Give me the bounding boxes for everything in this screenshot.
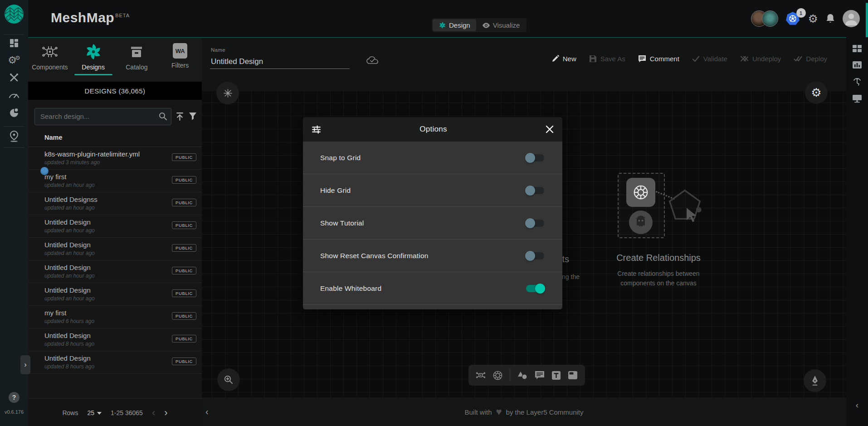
design-row[interactable]: Untitled Design updated an hour ago PUBL… <box>28 215 202 238</box>
designs-panel: Components Designs <box>28 37 202 426</box>
components-icon <box>41 43 59 60</box>
interaction-touch-icon[interactable] <box>846 75 868 88</box>
design-row[interactable]: Untitled Design updated 8 hours ago PUBL… <box>28 328 202 351</box>
next-page-button[interactable]: › <box>164 408 167 418</box>
toggle-knob <box>525 251 535 261</box>
tutorial-description: Create relationships between components … <box>579 269 738 288</box>
toggle-enable-whiteboard[interactable] <box>526 285 544 292</box>
metrics-chart-icon[interactable] <box>846 58 868 72</box>
toggle-hide-grid[interactable] <box>526 187 544 194</box>
app-title: MeshMapBETA <box>51 10 130 25</box>
collaborator-avatar[interactable] <box>762 10 778 27</box>
notifications-bell-icon[interactable] <box>825 13 835 24</box>
whiteboard-pen-button[interactable] <box>804 369 826 392</box>
canvas-dock <box>468 365 585 386</box>
design-list: k8s-wasm-plugin-ratelimiter.yml updated … <box>28 147 202 374</box>
comment-button[interactable]: Comment <box>638 55 679 63</box>
toggle-show-tutorial[interactable] <box>526 220 544 227</box>
search-box <box>34 108 171 125</box>
deploy-button[interactable]: Deploy <box>794 55 827 63</box>
rightbar-collapse-chevron[interactable]: ‹ <box>846 400 868 410</box>
meshmap-pin-icon[interactable] <box>0 129 28 144</box>
performance-gauge-icon[interactable] <box>0 88 28 103</box>
design-row[interactable]: k8s-wasm-plugin-ratelimiter.yml updated … <box>28 147 202 170</box>
tutorial-title: Create Relationships <box>590 253 727 263</box>
options-modal-title: Options <box>321 125 546 134</box>
tab-design[interactable]: Design <box>433 19 476 31</box>
tab-catalog[interactable]: Catalog <box>115 38 159 82</box>
cloud-sync-icon <box>366 56 379 67</box>
design-row[interactable]: Untitled Design updated an hour ago PUBL… <box>28 260 202 283</box>
zoom-in-icon <box>224 375 234 385</box>
gear-icon: ⚙ <box>811 86 821 100</box>
toggle-snap-to-grid[interactable] <box>526 154 544 162</box>
toggle-knob <box>525 153 535 163</box>
tune-sliders-icon <box>312 125 321 134</box>
tutorial-selection-box <box>618 173 665 238</box>
search-input[interactable] <box>35 108 158 124</box>
top-header: MeshMapBETA Design <box>28 0 868 37</box>
design-row[interactable]: my first updated 6 hours ago PUBLIC <box>28 306 202 328</box>
design-row[interactable]: Untitled Design updated an hour ago PUBL… <box>28 238 202 260</box>
design-row[interactable]: Untitled Design updated an hour ago PUBL… <box>28 283 202 306</box>
dock-kubernetes-icon[interactable] <box>493 370 503 381</box>
filter-funnel-icon[interactable] <box>188 112 197 122</box>
eye-icon <box>482 22 490 29</box>
dock-text-icon[interactable] <box>551 371 561 380</box>
tab-filters[interactable]: WA Filters <box>158 38 202 82</box>
visibility-badge: PUBLIC <box>172 199 196 206</box>
freeze-layout-button[interactable] <box>216 82 239 104</box>
panel-expand-handle[interactable]: › <box>20 355 30 374</box>
validate-button[interactable]: Validate <box>692 55 727 63</box>
dock-shapes-icon[interactable] <box>517 370 528 380</box>
user-profile-avatar[interactable] <box>843 10 860 27</box>
dock-media-icon[interactable] <box>568 371 578 380</box>
toggle-reset-confirmation[interactable] <box>526 252 544 260</box>
search-icon[interactable] <box>158 112 167 122</box>
undeploy-button[interactable]: Undeploy <box>740 55 781 63</box>
lifecycle-gears-icon[interactable]: ⚙⚙ <box>0 53 28 68</box>
dock-divider <box>510 369 510 381</box>
options-modal: Options Snap to Grid Hide Grid Show Tuto… <box>303 117 562 309</box>
options-modal-body: Snap to Grid Hide Grid Show Tutorial Sho… <box>303 142 562 309</box>
designs-spiral-icon <box>85 43 102 60</box>
dashboard-icon[interactable] <box>0 35 28 51</box>
tab-components[interactable]: Components <box>28 38 72 82</box>
layer5-logo-icon[interactable] <box>4 4 24 26</box>
prev-page-button[interactable]: ‹ <box>152 408 155 418</box>
configuration-tools-icon[interactable] <box>0 70 28 85</box>
visibility-badge: PUBLIC <box>172 176 196 184</box>
design-name-label: Name <box>211 47 225 53</box>
rows-per-page-select[interactable]: 25 <box>87 409 102 416</box>
active-tab-indicator <box>74 74 112 75</box>
upload-design-icon[interactable] <box>175 112 185 123</box>
tab-visualize[interactable]: Visualize <box>476 19 526 31</box>
settings-gear-icon[interactable]: ⚙ <box>808 13 818 24</box>
double-check-icon <box>794 55 802 62</box>
new-button[interactable]: New <box>551 55 576 63</box>
design-row[interactable]: Untitled Designss updated an hour ago PU… <box>28 192 202 215</box>
save-as-button[interactable]: Save As <box>589 55 625 63</box>
option-row-snap-to-grid: Snap to Grid <box>303 142 562 174</box>
canvas-footer: ‹ Built with ♥ by the Layer5 Community <box>202 397 846 426</box>
display-monitor-icon[interactable] <box>846 92 868 105</box>
panel-grid-icon[interactable] <box>846 42 868 55</box>
option-row-show-tutorial: Show Tutorial <box>303 207 562 240</box>
extensions-icon[interactable] <box>0 105 28 121</box>
rows-label: Rows <box>62 409 78 416</box>
catalog-icon <box>128 43 145 60</box>
design-row[interactable]: Untitled Design updated 8 hours ago PUBL… <box>28 351 202 374</box>
help-icon[interactable]: ? <box>9 392 20 403</box>
canvas-settings-button[interactable]: ⚙ <box>805 81 828 104</box>
designs-count-header: DESIGNS (36,065) <box>28 82 202 100</box>
kubernetes-context-icon[interactable]: 1 <box>785 11 801 26</box>
dock-comment-icon[interactable] <box>535 371 545 380</box>
zoom-button[interactable] <box>217 368 240 391</box>
option-row-show-reset-confirmation: Show Reset Canvas Confirmation <box>303 240 562 272</box>
mode-toggle: Design Visualize <box>432 18 527 32</box>
close-icon[interactable] <box>546 125 554 133</box>
collaborator-avatars <box>751 10 778 27</box>
design-row[interactable]: my first updated an hour ago PUBLIC <box>28 170 202 192</box>
dock-components-icon[interactable] <box>476 370 486 380</box>
design-name-input[interactable] <box>210 55 350 69</box>
